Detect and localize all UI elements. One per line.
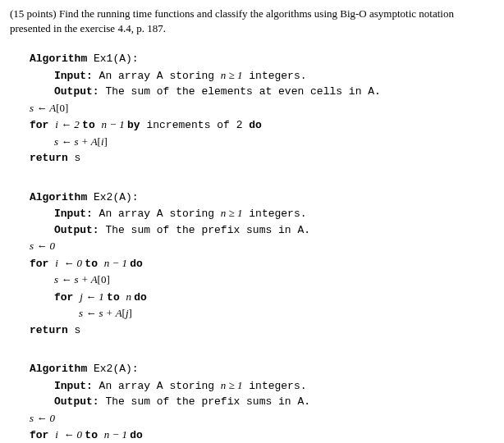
to-keyword: to <box>85 258 103 270</box>
code-line-4: return s <box>30 150 494 167</box>
loop-end: n <box>126 290 135 303</box>
code-line-4: for j ← 1 to n do <box>54 289 494 306</box>
for-keyword: for <box>30 429 55 441</box>
input-keyword: Input: <box>54 208 93 220</box>
to-keyword: to <box>107 291 126 304</box>
code-line-1: s ← 0 <box>30 410 494 427</box>
code-line-2: for i ← 2 to n − 1 by increments of 2 do <box>30 116 494 134</box>
loop-rest: i ← 0 <box>55 257 85 269</box>
output-line: Output: The sum of the prefix sums in A. <box>54 394 494 410</box>
question-text-1: Find the running time functions and clas… <box>57 7 454 20</box>
output-keyword: Output: <box>54 85 99 98</box>
algorithm-keyword: Algorithm <box>30 191 87 203</box>
by-keyword: by <box>127 119 140 131</box>
do-keyword: do <box>130 429 143 441</box>
code-bracket: ] <box>129 307 132 319</box>
output-text: The sum of the elements at even cells in… <box>99 85 381 98</box>
code-line-3: s ← s + A[0] <box>54 272 494 289</box>
code-line-1: s ← A[0] <box>30 100 494 117</box>
input-keyword: Input: <box>54 70 93 82</box>
code-math: s ← 0 <box>30 240 55 252</box>
input-text: An array A storing <box>93 208 221 220</box>
loop-arrow: ← 1 <box>83 290 107 303</box>
algorithm-ex1: Algorithm Ex1(A): Input: An array A stor… <box>30 51 494 167</box>
question-text-2: presented in the exercise 4.4, p. 187. <box>10 22 166 34</box>
code-bracket: ] <box>104 135 108 148</box>
code-line-2: for i ← 0 to n − 1 do <box>30 255 494 272</box>
algorithm-ex2-a: Algorithm Ex2(A): Input: An array A stor… <box>30 190 494 339</box>
algorithm-name: Ex2(A): <box>87 191 138 203</box>
code-line-1: s ← 0 <box>30 238 494 255</box>
loop-rest: i ← 0 <box>55 428 85 441</box>
loop-end: n − 1 <box>104 257 131 269</box>
increments-text: increments of 2 <box>140 119 250 131</box>
code-math: s ← 0 <box>30 412 55 424</box>
input-text: An array A storing <box>93 70 221 82</box>
code-line-6: return s <box>30 322 494 339</box>
code-bracket: [0] <box>98 273 110 285</box>
algorithm-ex2-b: Algorithm Ex2(A): Input: An array A stor… <box>30 361 494 443</box>
algo-header: Algorithm Ex2(A): <box>30 190 494 206</box>
algorithm-keyword: Algorithm <box>30 53 87 65</box>
do-keyword: do <box>134 291 147 304</box>
code-math: s ← s + A <box>54 273 98 285</box>
loop-end: n − 1 <box>102 118 128 130</box>
return-keyword: return <box>30 152 68 164</box>
code-math: s ← s + A <box>54 135 98 148</box>
points-label: (15 points) <box>10 7 57 20</box>
algo-header: Algorithm Ex1(A): <box>30 51 494 67</box>
code-bracket: [0] <box>56 102 68 114</box>
input-text2: integers. <box>242 380 306 392</box>
input-text2: integers. <box>242 208 306 220</box>
input-text2: integers. <box>242 70 306 82</box>
for-keyword: for <box>30 119 55 131</box>
output-text: The sum of the prefix sums in A. <box>99 224 310 236</box>
output-line: Output: The sum of the elements at even … <box>54 84 494 100</box>
input-line: Input: An array A storing n ≥ 1 integers… <box>54 67 494 84</box>
algorithm-name: Ex2(A): <box>87 363 138 375</box>
input-math: n ≥ 1 <box>221 207 243 219</box>
algorithm-keyword: Algorithm <box>30 363 87 375</box>
do-keyword: do <box>249 119 262 131</box>
question-intro: (15 points) Find the running time functi… <box>10 7 494 36</box>
code-math: s ← s + A <box>79 307 122 319</box>
code-line-3: s ← s + A[i] <box>54 134 494 151</box>
algo-header: Algorithm Ex2(A): <box>30 361 494 377</box>
return-keyword: return <box>30 324 68 336</box>
return-var: s <box>68 152 81 164</box>
to-keyword: to <box>85 429 103 441</box>
output-text: The sum of the prefix sums in A. <box>99 395 310 408</box>
output-line: Output: The sum of the prefix sums in A. <box>54 222 494 239</box>
loop-end: n − 1 <box>104 428 131 441</box>
for-keyword: for <box>54 291 80 304</box>
code-line-2: for i ← 0 to n − 1 do <box>30 427 494 443</box>
for-keyword: for <box>30 258 55 270</box>
input-math: n ≥ 1 <box>221 379 243 391</box>
code-line-5: s ← s + A[j] <box>79 305 494 322</box>
input-line: Input: An array A storing n ≥ 1 integers… <box>54 205 494 222</box>
loop-arrow: ← 2 <box>58 118 82 130</box>
output-keyword: Output: <box>54 224 99 236</box>
do-keyword: do <box>130 258 143 270</box>
return-var: s <box>68 324 81 336</box>
input-line: Input: An array A storing n ≥ 1 integers… <box>54 377 494 395</box>
input-math: n ≥ 1 <box>221 69 243 81</box>
input-keyword: Input: <box>54 380 93 392</box>
input-text: An array A storing <box>93 380 221 392</box>
output-keyword: Output: <box>54 395 99 408</box>
code-math: s ← A <box>30 102 56 114</box>
to-keyword: to <box>82 119 101 131</box>
algorithm-name: Ex1(A): <box>87 53 138 65</box>
